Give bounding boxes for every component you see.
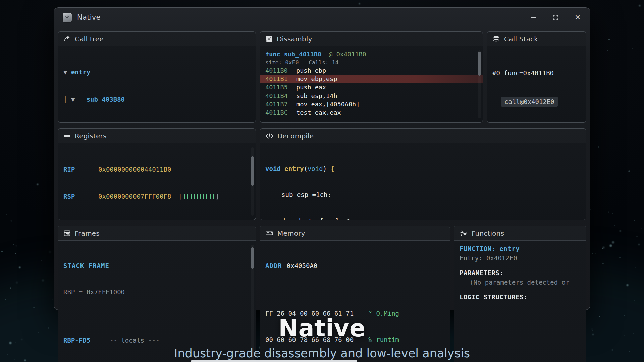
call-tree-header: Call tree xyxy=(58,32,256,46)
register-value: 0x0000000007FFF1000 xyxy=(98,219,171,220)
call-stack-body: #0 func=0x4011B0 call@0x4012E0 xyxy=(487,46,586,122)
register-name: RAX xyxy=(63,219,98,220)
frames-icon xyxy=(63,230,71,237)
memory-address-line[interactable]: ADDR0x4050A0 xyxy=(265,261,444,270)
hero-title: Native xyxy=(0,314,644,342)
stack-call-entry[interactable]: call@0x4012E0 xyxy=(501,97,558,107)
register-row: RIP0x000000000044011B0 xyxy=(63,165,250,174)
hero: Native Industry-grade disassembly and lo… xyxy=(0,314,644,360)
function-meta: size: 0xF0 Calls: 14 xyxy=(265,59,477,66)
disasm-address: 4011B7 xyxy=(265,100,296,108)
parameters-label: PARAMETERS: xyxy=(460,268,581,278)
panel-title: Call Stack xyxy=(504,35,538,43)
maximize-button[interactable] xyxy=(552,14,559,21)
disasm-instruction: push ebp xyxy=(296,66,326,75)
close-button[interactable]: ✕ xyxy=(574,14,581,21)
disassembly-header: Dissambly xyxy=(260,32,483,46)
tree-connector: │ ▼ xyxy=(63,96,87,103)
call-tree-icon xyxy=(63,35,71,43)
disasm-line[interactable]: 4011B0push ebp xyxy=(265,66,477,75)
disasm-instruction: sub esp,14h xyxy=(296,92,337,100)
scrollbar-thumb[interactable] xyxy=(478,52,481,76)
tree-node[interactable]: ▼ entry xyxy=(63,68,250,77)
disasm-instruction: test eax,eax xyxy=(296,108,341,117)
disasm-instruction: push eax xyxy=(296,83,326,92)
disasm-line[interactable]: 4011B7mov eax,[4050A0h] xyxy=(265,100,477,108)
stack-frame-title: STACK FRAME xyxy=(63,261,250,270)
code-line[interactable]: sub esp =1ch: xyxy=(265,190,581,199)
disassembly-body: func sub_4011B0 @ 0x4011B0 size: 0xF0 Ca… xyxy=(260,46,483,122)
panel-registers: Registers RIP0x000000000044011B0 RSP0x00… xyxy=(58,128,256,220)
disasm-address: 4011B0 xyxy=(265,66,296,75)
hero-subtitle: Industry-grade disassembly and low-level… xyxy=(0,347,644,360)
tree-node-label: entry xyxy=(71,68,90,76)
logic-structures-label: LOGIC STRUCTURES: xyxy=(460,292,581,302)
minimize-button[interactable] xyxy=(530,14,537,21)
call-tree-body: ▼ entry │ ▼ sub_403B80 │ │ ▼ sub_403BA8 … xyxy=(58,46,256,122)
panel-title: Frames xyxy=(75,229,100,237)
scrollbar-thumb[interactable] xyxy=(251,156,254,186)
memory-addr-label: ADDR xyxy=(265,262,282,269)
panel-title: Decompile xyxy=(277,132,314,140)
code-line[interactable]: dword ptr [esp] =1; xyxy=(265,217,581,220)
disasm-address: 4011B1 xyxy=(265,75,296,83)
panel-title: Call tree xyxy=(75,35,104,43)
register-flags-bars: [] xyxy=(178,192,219,201)
register-name: RIP xyxy=(63,165,98,174)
tree-node[interactable]: │ │ ▼ sub_403BA8 xyxy=(63,122,250,122)
decompile-body: void entry(void) { sub esp =1ch: dword p… xyxy=(260,143,586,220)
panel-disassembly: Dissambly func sub_4011B0 @ 0x4011B0 siz… xyxy=(260,31,483,123)
disasm-address: 4011B5 xyxy=(265,83,296,92)
scrollbar-thumb[interactable] xyxy=(251,247,254,269)
call-stack-icon xyxy=(492,35,500,43)
tree-node[interactable]: │ ▼ sub_403B80 xyxy=(63,95,250,104)
function-signature: func sub_4011B0 @ 0x4011B0 xyxy=(265,50,477,59)
window-title: Native xyxy=(77,13,101,21)
stack-frame-entry[interactable]: #0 func=0x4011B0 xyxy=(492,68,581,78)
app-window: Native ✕ xyxy=(54,7,590,310)
function-name-line: FUNCTION: entry xyxy=(460,244,581,253)
panel-title: Memory xyxy=(277,229,305,237)
disasm-address: 4011BC xyxy=(265,108,296,117)
register-value: 0x000000000044011B0 xyxy=(98,165,171,174)
disasm-line-highlighted[interactable]: 4011B1mov ebp,esp xyxy=(260,75,483,83)
disasm-line[interactable]: 4011BCtest eax,eax xyxy=(265,108,477,117)
frame-base-pointer: RBP = 0x7FFF1000 xyxy=(63,288,250,296)
panel-decompile: Decompile void entry(void) { sub esp =1c… xyxy=(260,128,586,220)
panel-call-tree: Call tree ▼ entry │ ▼ sub_403B80 │ │ ▼ s… xyxy=(58,31,256,123)
functions-header: Functions xyxy=(454,226,586,241)
disasm-instruction: mov eax,[4050A0h] xyxy=(296,100,360,108)
decompile-icon xyxy=(265,133,273,139)
registers-icon xyxy=(63,132,71,140)
bottom-cropped-element xyxy=(191,360,357,362)
tree-connector: ▼ xyxy=(63,68,71,76)
register-row: RAX0x0000000007FFF1000 xyxy=(63,219,250,220)
register-name: RSP xyxy=(63,192,98,201)
disasm-line[interactable]: 4011B5push eax xyxy=(265,83,477,92)
register-row: RSP0x0000000007FFF00F8 [] xyxy=(63,192,250,201)
app-logo-icon xyxy=(63,13,72,22)
function-entry-line: Entry: 0x4012E0 xyxy=(460,253,581,263)
page: Native ✕ xyxy=(0,0,644,362)
disassembly-icon xyxy=(265,35,273,43)
call-stack-header: Call Stack xyxy=(487,32,586,46)
registers-body: RIP0x000000000044011B0 RSP0x0000000007FF… xyxy=(58,143,256,220)
panel-title: Dissambly xyxy=(277,35,312,43)
scrollbar-track[interactable] xyxy=(251,147,254,216)
memory-icon xyxy=(265,230,273,237)
scrollbar-track[interactable] xyxy=(478,50,481,118)
disasm-address: 4011B4 xyxy=(265,92,296,100)
register-value: 0x0000000007FFF00F8 xyxy=(98,192,171,201)
panel-title: Functions xyxy=(472,229,504,237)
decompile-header: Decompile xyxy=(260,129,586,143)
panel-title: Registers xyxy=(75,132,107,140)
memory-addr-value: 0x4050A0 xyxy=(287,262,318,269)
memory-header: Memory xyxy=(260,226,450,241)
disasm-instruction: mov ebp,esp xyxy=(296,75,337,83)
registers-header: Registers xyxy=(58,129,256,143)
code-line[interactable]: void entry(void) { xyxy=(265,164,581,173)
tree-node-label: sub_403B80 xyxy=(87,96,125,103)
disasm-line[interactable]: 4011B4sub esp,14h xyxy=(265,92,477,100)
parameters-value: (No parameters detected or xyxy=(460,278,581,287)
titlebar[interactable]: Native ✕ xyxy=(54,8,590,27)
